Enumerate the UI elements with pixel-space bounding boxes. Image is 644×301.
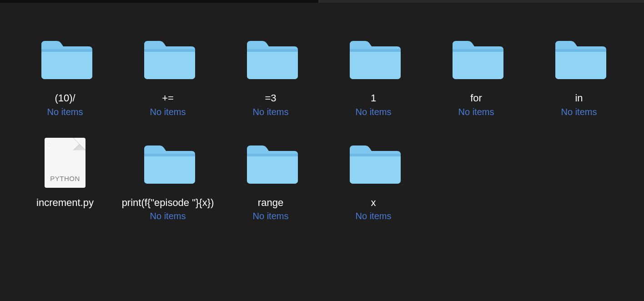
folder-item[interactable]: print(f{"episode "}{x}) No items <box>121 135 215 222</box>
svg-rect-3 <box>350 49 401 52</box>
folder-item[interactable]: in No items <box>532 31 626 117</box>
item-name: increment.py <box>36 196 94 210</box>
folder-icon <box>552 31 606 85</box>
item-subtitle: No items <box>356 211 392 221</box>
item-name: 1 <box>371 92 376 105</box>
window-toolbar-segment <box>318 0 644 3</box>
folder-icon <box>38 31 92 85</box>
item-subtitle: No items <box>253 107 289 117</box>
svg-rect-6 <box>144 154 195 156</box>
svg-rect-0 <box>41 49 92 52</box>
item-name: print(f{"episode "}{x}) <box>122 196 214 210</box>
item-subtitle: No items <box>561 107 597 117</box>
folder-icon <box>449 31 503 85</box>
item-subtitle: No items <box>150 107 186 117</box>
folder-item[interactable]: x No items <box>327 135 420 222</box>
folder-icon <box>243 135 298 190</box>
folder-icon <box>346 31 401 85</box>
folder-item[interactable]: += No items <box>121 31 215 117</box>
item-name: for <box>470 92 482 105</box>
item-name: range <box>258 196 283 210</box>
item-name: x <box>371 196 376 210</box>
icon-grid: (10)/ No items += No items =3 No items 1… <box>0 4 644 231</box>
item-subtitle: No items <box>458 107 494 117</box>
item-subtitle: No items <box>356 107 392 117</box>
svg-rect-8 <box>350 154 401 156</box>
file-preview-text: ······ <box>48 141 50 147</box>
svg-rect-2 <box>247 49 298 52</box>
folder-icon <box>243 31 298 85</box>
folder-item[interactable]: range No items <box>224 135 317 222</box>
item-subtitle: No items <box>150 211 186 221</box>
svg-rect-1 <box>144 49 195 52</box>
svg-rect-4 <box>453 49 503 52</box>
svg-rect-7 <box>247 154 298 156</box>
folder-icon <box>141 31 195 85</box>
folder-item[interactable]: 1 No items <box>327 31 420 117</box>
item-name: in <box>575 92 583 105</box>
item-subtitle: No items <box>253 211 289 221</box>
folder-icon <box>141 135 195 190</box>
item-name: =3 <box>265 92 276 105</box>
file-kind-label: PYTHON <box>45 175 86 182</box>
folder-item[interactable]: =3 No items <box>224 31 317 117</box>
svg-rect-5 <box>555 49 606 52</box>
folder-icon <box>346 135 401 190</box>
folder-item[interactable]: (10)/ No items <box>18 31 112 117</box>
folder-item[interactable]: for No items <box>429 31 523 117</box>
file-item[interactable]: ······ PYTHON increment.py <box>18 135 112 222</box>
item-name: += <box>162 92 174 105</box>
item-name: (10)/ <box>55 92 75 105</box>
python-file-icon: ······ PYTHON <box>45 135 86 190</box>
item-subtitle: No items <box>47 107 83 117</box>
